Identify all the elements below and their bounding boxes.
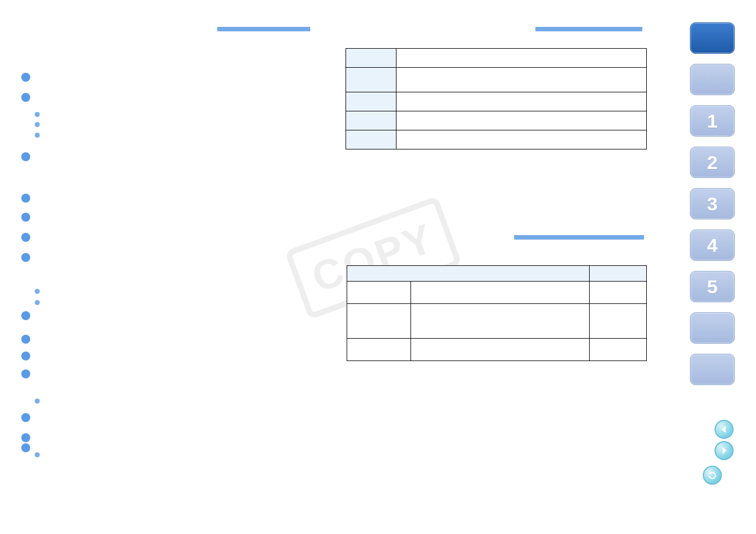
t1-row-header [346,49,396,68]
t2-header-right [590,266,647,282]
toc-bullet[interactable] [21,433,30,442]
t1-row-value [396,111,646,130]
t1-row-value [396,130,646,149]
t2-cell [347,339,411,361]
t1-row-header [346,92,396,111]
toc-bullet[interactable] [21,413,30,422]
toc-bullet[interactable] [21,152,30,161]
toc-bullet[interactable] [21,311,30,320]
toc-bullet[interactable] [21,93,30,102]
section-tab[interactable] [690,312,735,344]
t1-row-header [346,130,396,149]
chapter-tab-5[interactable]: 5 [690,271,735,302]
intro-tab[interactable] [690,22,735,54]
toc-subbullet[interactable] [35,133,40,138]
section-tab[interactable] [690,64,735,95]
accent-bar [217,27,310,31]
toc-bullet[interactable] [21,369,30,378]
return-icon[interactable] [703,466,722,485]
t2-cell [410,282,589,304]
toc-subbullet[interactable] [35,122,40,127]
toc-subbullet[interactable] [35,399,40,404]
accent-bar [514,235,644,240]
section-tab[interactable] [690,354,735,385]
spec-table-1 [346,48,647,149]
t2-cell [347,282,411,304]
t2-cell [590,282,647,304]
toc-bullet[interactable] [21,213,30,222]
toc-subbullet[interactable] [35,300,40,305]
t2-cell [590,304,647,339]
t1-row-value [396,68,646,92]
toc-bullet[interactable] [21,73,30,82]
t1-row-value [396,49,646,68]
spec-table-2 [347,265,647,361]
toc-subbullet[interactable] [35,289,40,294]
toc-bullet[interactable] [21,253,30,262]
chapter-nav: 12345 [690,22,735,395]
toc-bullet[interactable] [21,443,30,452]
toc-bullet[interactable] [21,194,30,203]
prev-icon[interactable] [715,420,734,439]
t2-header-left [347,266,590,282]
toc-bullet[interactable] [21,335,30,344]
toc-subbullet[interactable] [35,112,40,117]
t1-row-header [346,111,396,130]
accent-bar [535,27,642,31]
t1-row-value [396,92,646,111]
chapter-tab-2[interactable]: 2 [690,147,735,178]
chapter-tab-3[interactable]: 3 [690,188,735,219]
next-icon[interactable] [715,441,734,460]
t2-cell [590,339,647,361]
toc-subbullet[interactable] [35,452,40,457]
chapter-tab-4[interactable]: 4 [690,229,735,261]
t2-cell [410,339,589,361]
toc-bullet[interactable] [21,352,30,360]
t2-cell [347,304,411,339]
toc-bullets [18,73,40,465]
svg-marker-3 [722,447,726,455]
svg-marker-2 [722,426,726,433]
chapter-tab-1[interactable]: 1 [690,105,735,137]
t1-row-header [346,68,396,92]
toc-bullet[interactable] [21,233,30,242]
t2-cell [410,304,589,339]
page-nav-icons [690,419,735,486]
svg-marker-4 [708,472,711,475]
